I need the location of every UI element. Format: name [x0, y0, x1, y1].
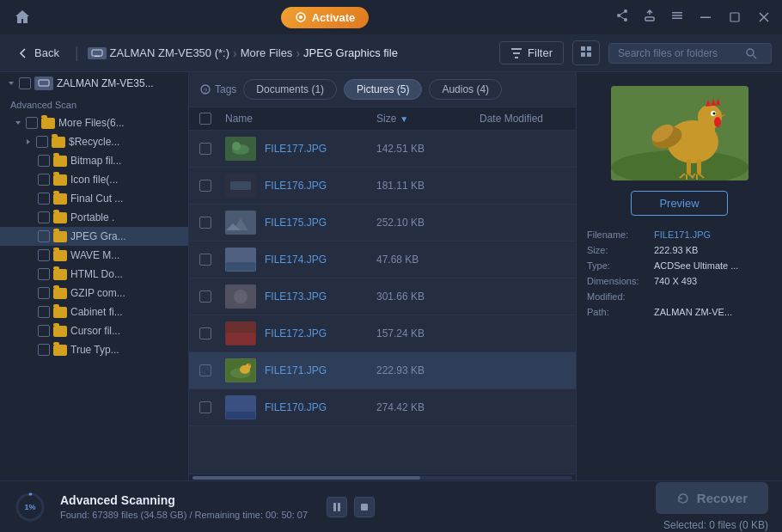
tree-checkbox[interactable]	[26, 117, 38, 129]
expand-icon	[7, 79, 15, 88]
sidebar-device[interactable]: ZALMAN ZM-VE35...	[0, 72, 188, 95]
breadcrumb: ZALMAN ZM-VE350 (*:) › More Files › JPEG…	[88, 46, 492, 60]
file-name: FILE174.JPG	[265, 254, 376, 266]
table-row[interactable]: FILE171.JPG 222.93 KB	[189, 352, 576, 389]
table-row[interactable]: FILE177.JPG 142.51 KB	[189, 131, 576, 168]
breadcrumb-more[interactable]: More Files	[241, 46, 293, 59]
main-layout: ZALMAN ZM-VE35... Advanced Scan More Fil…	[0, 72, 782, 480]
tree-checkbox[interactable]	[38, 211, 50, 223]
info-filename: Filename: FILE171.JPG	[587, 229, 772, 240]
sidebar-item-wave[interactable]: WAVE M...	[0, 246, 188, 265]
folder-icon	[53, 345, 67, 356]
tree-checkbox[interactable]	[38, 155, 50, 167]
svg-point-21	[747, 49, 754, 56]
scroll-thumb[interactable]	[192, 476, 420, 480]
tree-checkbox[interactable]	[38, 174, 50, 186]
tree-checkbox[interactable]	[38, 230, 50, 242]
tree-checkbox[interactable]	[38, 287, 50, 299]
filter-button[interactable]: Filter	[499, 41, 564, 64]
breadcrumb-sep-1: ›	[233, 46, 237, 60]
sidebar-item-finalcut[interactable]: Final Cut ...	[0, 189, 188, 208]
tree-checkbox[interactable]	[38, 193, 50, 205]
table-row[interactable]: FILE176.JPG 181.11 KB	[189, 168, 576, 205]
sidebar-item-more-files[interactable]: More Files(6...	[0, 113, 188, 132]
recover-button[interactable]: Recover	[656, 482, 768, 514]
table-row[interactable]: FILE175.JPG 252.10 KB	[189, 205, 576, 242]
tree-checkbox[interactable]	[38, 306, 50, 318]
row-check[interactable]	[199, 143, 225, 155]
row-check[interactable]	[199, 401, 225, 413]
breadcrumb-device[interactable]: ZALMAN ZM-VE350 (*:)	[110, 46, 229, 59]
row-checkbox[interactable]	[199, 180, 211, 192]
header-check[interactable]	[199, 113, 225, 125]
activate-button[interactable]: Activate	[281, 7, 370, 28]
tree-checkbox[interactable]	[38, 344, 50, 356]
tab-audios[interactable]: Audios (4)	[429, 79, 502, 100]
table-row[interactable]: FILE174.JPG 47.68 KB	[189, 242, 576, 278]
close-button[interactable]	[756, 9, 772, 25]
tab-pictures[interactable]: Pictures (5)	[344, 79, 422, 100]
row-checkbox[interactable]	[199, 254, 211, 266]
tree-checkbox[interactable]	[36, 136, 48, 148]
row-check[interactable]	[199, 290, 225, 303]
back-button[interactable]: Back	[10, 43, 66, 63]
file-thumbnail	[225, 248, 256, 272]
row-check[interactable]	[199, 364, 225, 376]
sidebar-item-cabinet[interactable]: Cabinet fi...	[0, 303, 188, 321]
tree-item-label: More Files(6...	[58, 117, 125, 129]
preview-button[interactable]: Preview	[631, 191, 727, 216]
tree-checkbox[interactable]	[38, 268, 50, 280]
share-icon[interactable]	[615, 9, 629, 26]
sidebar-item-truetype[interactable]: True Typ...	[0, 340, 188, 359]
sidebar-item-icon[interactable]: Icon file(...	[0, 170, 188, 189]
row-checkbox[interactable]	[199, 217, 211, 229]
row-checkbox[interactable]	[199, 401, 211, 413]
stop-icon	[360, 503, 369, 511]
breadcrumb-current[interactable]: JPEG Graphics file	[303, 46, 398, 59]
svg-rect-7	[645, 17, 654, 21]
pause-button[interactable]	[327, 497, 347, 517]
sidebar-item-html[interactable]: HTML Do...	[0, 265, 188, 284]
table-row[interactable]: FILE172.JPG 157.24 KB	[189, 315, 576, 352]
row-check[interactable]	[199, 327, 225, 339]
svg-text:?: ?	[204, 87, 208, 95]
horizontal-scrollbar[interactable]	[189, 474, 576, 480]
tree-checkbox[interactable]	[38, 325, 50, 337]
col-date[interactable]: Date Modified	[480, 113, 565, 125]
home-icon[interactable]	[10, 5, 34, 29]
row-checkbox[interactable]	[199, 290, 211, 303]
tree-checkbox[interactable]	[38, 249, 50, 261]
stop-button[interactable]	[354, 497, 375, 517]
row-check[interactable]	[199, 217, 225, 229]
device-checkbox[interactable]	[19, 77, 31, 89]
maximize-button[interactable]	[727, 9, 742, 25]
layout-button[interactable]	[572, 40, 600, 65]
sidebar-item-portable[interactable]: Portable .	[0, 208, 188, 227]
back-label: Back	[34, 46, 59, 59]
row-check[interactable]	[199, 180, 225, 192]
svg-rect-35	[226, 262, 255, 271]
table-row[interactable]: FILE170.JPG 274.42 KB	[189, 389, 576, 426]
sidebar-item-gzip[interactable]: GZIP com...	[0, 284, 188, 303]
sidebar-item-jpeg[interactable]: JPEG Gra...	[0, 227, 188, 246]
search-input[interactable]	[618, 47, 738, 59]
sidebar-item-recycle[interactable]: $Recycle...	[0, 132, 188, 151]
svg-line-5	[619, 11, 626, 15]
col-name[interactable]: Name	[225, 113, 376, 125]
titlebar-controls	[615, 9, 772, 26]
upload-icon[interactable]	[643, 9, 657, 26]
col-size[interactable]: Size ▼	[376, 113, 480, 125]
tab-documents[interactable]: Documents (1)	[243, 79, 337, 100]
table-row[interactable]: FILE173.JPG 301.66 KB	[189, 278, 576, 315]
sidebar-item-cursor[interactable]: Cursor fil...	[0, 321, 188, 340]
minimize-button[interactable]	[698, 9, 713, 25]
info-size: Size: 222.93 KB	[587, 245, 772, 255]
sidebar-item-bitmap[interactable]: Bitmap fil...	[0, 151, 188, 170]
svg-rect-46	[226, 412, 255, 419]
menu-icon[interactable]	[670, 9, 684, 26]
row-checkbox[interactable]	[199, 364, 211, 376]
header-checkbox[interactable]	[199, 113, 211, 125]
row-checkbox[interactable]	[199, 327, 211, 339]
row-check[interactable]	[199, 254, 225, 266]
row-checkbox[interactable]	[199, 143, 211, 155]
